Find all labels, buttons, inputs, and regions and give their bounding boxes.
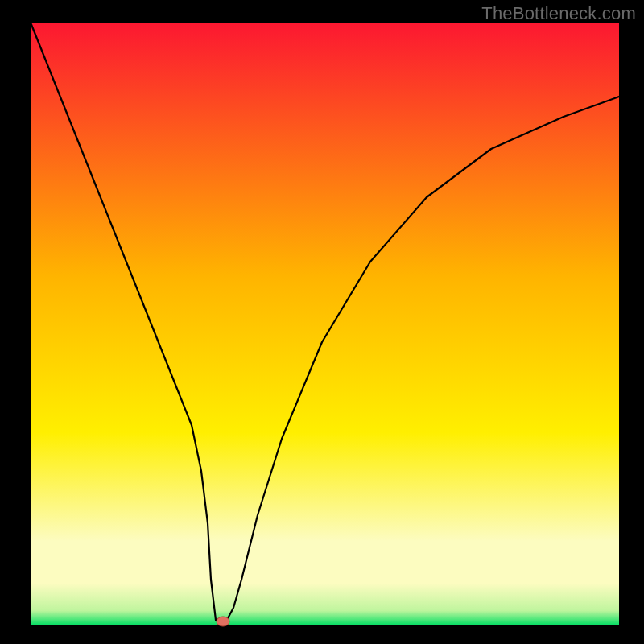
watermark-text: TheBottleneck.com [481, 3, 636, 24]
chart-plot-area [31, 23, 619, 625]
chart-svg [0, 0, 644, 644]
optimal-point-marker [217, 617, 229, 626]
chart-container: { "watermark": "TheBottleneck.com", "col… [0, 0, 644, 644]
